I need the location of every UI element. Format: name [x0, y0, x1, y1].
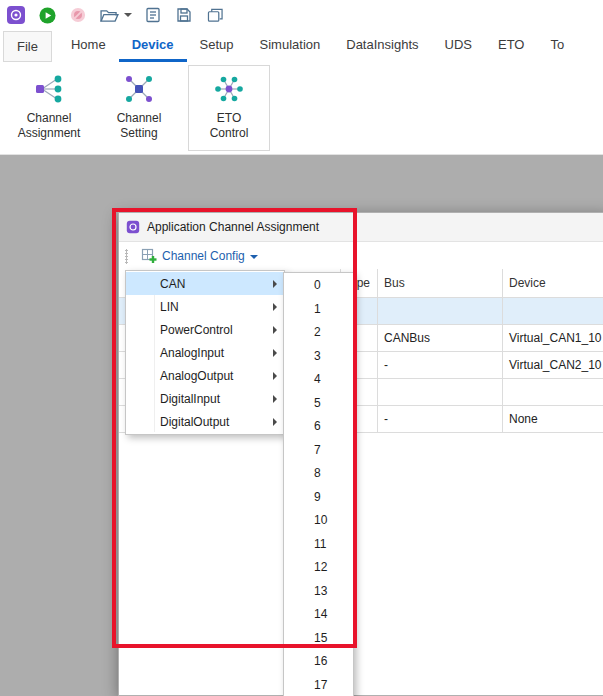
submenu-item-4[interactable]: 4: [284, 368, 353, 392]
tab-simulation[interactable]: Simulation: [247, 30, 334, 62]
submenu-item-12[interactable]: 12: [284, 556, 353, 580]
ribbon-tab-bar: File Home Device Setup Simulation DataIn…: [0, 30, 603, 62]
eto-control-label-2: Control: [210, 126, 249, 141]
run-button[interactable]: [37, 5, 57, 25]
group-cell: [378, 379, 503, 405]
bus-cell: CANBus: [378, 325, 503, 351]
submenu-arrow-icon: [273, 418, 277, 426]
submenu-item-0[interactable]: 0: [284, 274, 353, 298]
tab-home[interactable]: Home: [58, 30, 119, 62]
menu-item-analoginput[interactable]: AnalogInput: [126, 341, 284, 364]
tab-tools[interactable]: To: [537, 30, 577, 62]
eto-control-icon: [213, 73, 245, 105]
tab-setup[interactable]: Setup: [187, 30, 247, 62]
record-button[interactable]: [68, 5, 88, 25]
tab-datainsights[interactable]: DataInsights: [333, 30, 431, 62]
open-folder-button[interactable]: [99, 5, 119, 25]
submenu-arrow-icon: [273, 395, 277, 403]
workspace-background: Application Channel Assignment Channel C…: [0, 155, 603, 696]
menu-item-label: DigitalInput: [160, 392, 220, 406]
channel-config-label: Channel Config: [162, 249, 245, 263]
submenu-item-3[interactable]: 3: [284, 345, 353, 369]
open-folder-dropdown-icon[interactable]: [124, 13, 132, 17]
group-cell: [503, 298, 603, 324]
submenu-arrow-icon: [273, 303, 277, 311]
submenu-arrow-icon: [273, 349, 277, 357]
channel-assignment-label-2: Assignment: [18, 126, 81, 141]
channel-config-dropdown-icon: [250, 255, 258, 259]
app-window: File Home Device Setup Simulation DataIn…: [0, 0, 603, 696]
submenu-item-6[interactable]: 6: [284, 415, 353, 439]
tab-eto[interactable]: ETO: [485, 30, 538, 62]
app-logo-icon: [6, 5, 26, 25]
submenu-arrow-icon: [273, 280, 277, 288]
menu-item-can[interactable]: CAN: [126, 272, 284, 295]
menu-item-analogoutput[interactable]: AnalogOutput: [126, 364, 284, 387]
column-header-bus: Bus: [378, 269, 503, 297]
new-document-button[interactable]: [143, 5, 163, 25]
channel-setting-icon: [123, 73, 155, 105]
menu-item-powercontrol[interactable]: PowerControl: [126, 318, 284, 341]
device-cell[interactable]: None: [503, 406, 603, 432]
submenu-item-16[interactable]: 16: [284, 650, 353, 674]
menu-item-label: LIN: [160, 300, 179, 314]
submenu-item-15[interactable]: 15: [284, 627, 353, 651]
channel-config-button[interactable]: Channel Config: [134, 246, 265, 266]
submenu-arrow-icon: [273, 326, 277, 334]
menu-item-digitalinput[interactable]: DigitalInput: [126, 387, 284, 410]
tab-file[interactable]: File: [3, 31, 52, 62]
quick-access-toolbar: [0, 0, 603, 30]
dialog-toolbar: Channel Config: [119, 242, 603, 271]
group-cell: [378, 298, 503, 324]
bus-cell: -: [378, 406, 503, 432]
toolbar-grip[interactable]: [125, 249, 128, 264]
submenu-item-14[interactable]: 14: [284, 603, 353, 627]
channel-setting-label-2: Setting: [120, 126, 157, 141]
save-button[interactable]: [174, 5, 194, 25]
tab-device[interactable]: Device: [119, 30, 187, 62]
menu-item-label: CAN: [160, 277, 185, 291]
submenu-item-1[interactable]: 1: [284, 298, 353, 322]
dialog-title: Application Channel Assignment: [147, 220, 319, 234]
submenu-arrow-icon: [273, 372, 277, 380]
submenu-item-5[interactable]: 5: [284, 392, 353, 416]
can-channel-count-submenu: 0 1 2 3 4 5 6 7 8 9 10 11 12 13 14 15 16…: [283, 272, 354, 696]
submenu-item-10[interactable]: 10: [284, 509, 353, 533]
device-cell[interactable]: Virtual_CAN2_10: [503, 352, 603, 378]
menu-item-lin[interactable]: LIN: [126, 295, 284, 318]
submenu-item-9[interactable]: 9: [284, 486, 353, 510]
menu-item-label: DigitalOutput: [160, 415, 229, 429]
channel-setting-button[interactable]: Channel Setting: [98, 65, 180, 151]
channel-assignment-button[interactable]: Channel Assignment: [8, 65, 90, 151]
channel-assignment-label-1: Channel: [27, 111, 72, 126]
submenu-item-7[interactable]: 7: [284, 439, 353, 463]
column-header-device: Device: [503, 269, 603, 297]
dialog-icon: [126, 220, 140, 234]
channel-config-menu: CAN LIN PowerControl AnalogInput AnalogO…: [125, 270, 285, 435]
tab-uds[interactable]: UDS: [432, 30, 485, 62]
menu-item-label: PowerControl: [160, 323, 233, 337]
channel-config-icon: [141, 248, 157, 264]
ribbon-content: Channel Assignment Channel Setting: [0, 62, 603, 155]
submenu-item-2[interactable]: 2: [284, 321, 353, 345]
submenu-item-8[interactable]: 8: [284, 462, 353, 486]
submenu-item-17[interactable]: 17: [284, 674, 353, 696]
bus-cell: -: [378, 352, 503, 378]
channel-assignment-icon: [33, 73, 65, 105]
menu-item-label: AnalogOutput: [160, 369, 233, 383]
eto-control-button[interactable]: ETO Control: [188, 65, 270, 151]
submenu-item-11[interactable]: 11: [284, 533, 353, 557]
dialog-titlebar[interactable]: Application Channel Assignment: [119, 213, 603, 242]
menu-item-digitaloutput[interactable]: DigitalOutput: [126, 410, 284, 433]
submenu-item-13[interactable]: 13: [284, 580, 353, 604]
menu-item-label: AnalogInput: [160, 346, 224, 360]
eto-control-label-1: ETO: [217, 111, 241, 126]
group-cell: [503, 379, 603, 405]
device-cell[interactable]: Virtual_CAN1_10: [503, 325, 603, 351]
channel-setting-label-1: Channel: [117, 111, 162, 126]
save-all-button[interactable]: [205, 5, 225, 25]
